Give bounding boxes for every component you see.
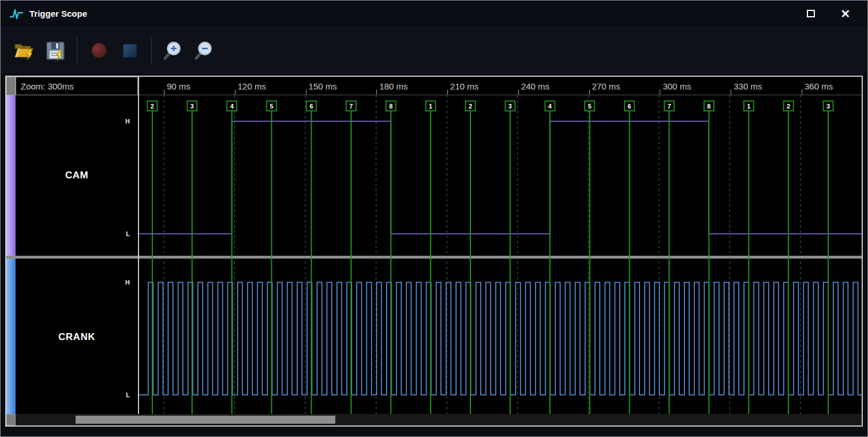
tooth-number: 2 — [787, 103, 790, 110]
ruler-label: 120 ms — [238, 81, 266, 91]
tooth-number: 2 — [469, 103, 472, 110]
crank-trace — [139, 282, 862, 395]
zoom-in-button[interactable] — [158, 34, 189, 68]
tooth-number: 3 — [826, 103, 830, 110]
ruler-label: 210 ms — [450, 81, 478, 91]
ruler-tick — [802, 89, 802, 95]
app-icon — [10, 8, 24, 20]
record-button[interactable] — [83, 34, 114, 68]
cam-trace — [139, 121, 862, 234]
maximize-button[interactable] — [802, 5, 820, 23]
zoom-level-text: Zoom: 300ms — [21, 81, 74, 91]
time-ruler: 90 ms120 ms150 ms180 ms210 ms240 ms270 m… — [139, 77, 862, 95]
toolbar-separator — [151, 38, 152, 64]
tooth-number: 7 — [349, 103, 353, 110]
tooth-number: 8 — [707, 103, 710, 110]
crank-low-label: L — [16, 391, 130, 398]
tooth-number: 2 — [151, 103, 154, 110]
window-title: Trigger Scope — [29, 9, 87, 18]
cam-channel-strip — [6, 95, 16, 256]
zoom-out-icon — [194, 41, 214, 61]
maximize-icon — [807, 10, 815, 17]
ruler-tick — [376, 89, 377, 95]
tooth-number: 3 — [190, 103, 194, 110]
zoom-in-icon — [163, 41, 183, 61]
ruler-label: 360 ms — [805, 81, 833, 91]
tooth-number: 7 — [667, 103, 671, 110]
close-button[interactable]: ✕ — [836, 5, 855, 23]
stop-icon — [123, 44, 137, 58]
scope-corner — [6, 77, 16, 95]
ruler-label: 270 ms — [592, 81, 620, 91]
ruler-label: 180 ms — [379, 81, 407, 91]
folder-open-icon — [13, 41, 35, 61]
ruler-tick — [731, 89, 731, 95]
scope-panel: Zoom: 300ms 90 ms120 ms150 ms180 ms210 m… — [5, 76, 863, 427]
tooth-number: 1 — [429, 103, 432, 110]
tooth-number: 1 — [747, 103, 750, 110]
ruler-tick — [518, 89, 519, 95]
cam-low-label: L — [16, 230, 130, 237]
record-icon — [91, 43, 107, 58]
ruler-tick — [589, 89, 590, 95]
tooth-number: 5 — [588, 103, 592, 110]
app-window: Trigger Scope ✕ — [0, 0, 868, 437]
crank-high-label: H — [16, 279, 130, 286]
tooth-number: 3 — [508, 103, 512, 110]
stop-button[interactable] — [114, 34, 145, 68]
tooth-number: 6 — [628, 103, 631, 110]
tooth-number: 4 — [230, 103, 234, 110]
cam-high-label: H — [16, 118, 130, 125]
plot-area[interactable]: 234567812345678123 — [139, 95, 862, 415]
scrollbar-corner — [6, 414, 16, 425]
ruler-label: 330 ms — [734, 81, 762, 91]
open-button[interactable] — [9, 34, 40, 68]
zoom-out-button[interactable] — [189, 34, 220, 68]
ruler-tick — [164, 89, 164, 95]
ruler-tick — [235, 89, 235, 95]
label-plot-separator — [138, 77, 139, 415]
ruler-label: 90 ms — [167, 81, 190, 91]
ruler-tick — [306, 89, 306, 95]
tooth-number: 6 — [309, 103, 313, 110]
tooth-number: 4 — [548, 103, 552, 110]
window-controls: ✕ — [802, 5, 858, 23]
toolbar-separator — [77, 38, 77, 64]
save-button[interactable] — [40, 34, 71, 68]
tooth-number: 5 — [270, 103, 274, 110]
ruler-label: 150 ms — [309, 81, 337, 91]
ruler-tick — [447, 89, 448, 95]
scrollbar-track[interactable] — [16, 414, 862, 425]
tooth-number: 8 — [389, 103, 392, 110]
ruler-tick — [660, 89, 660, 95]
horizontal-scrollbar — [6, 414, 862, 425]
titlebar[interactable]: Trigger Scope ✕ — [1, 1, 867, 27]
toolbar — [1, 28, 867, 73]
ruler-label: 300 ms — [663, 81, 691, 91]
zoom-level-label: Zoom: 300ms — [16, 77, 138, 95]
crank-channel-strip — [6, 259, 16, 415]
save-icon — [45, 40, 66, 61]
scrollbar-thumb[interactable] — [76, 416, 335, 424]
ruler-label: 240 ms — [521, 81, 549, 91]
close-icon: ✕ — [841, 8, 851, 20]
